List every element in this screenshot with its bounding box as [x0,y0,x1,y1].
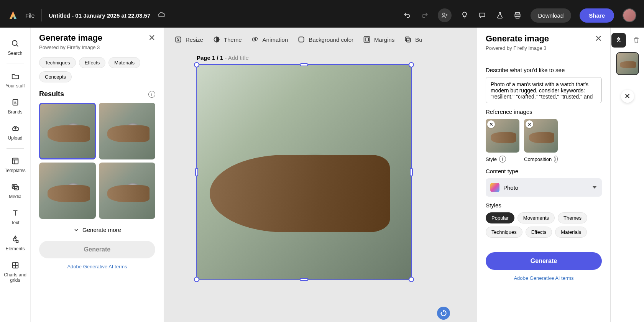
undo-icon[interactable] [402,11,412,20]
svg-text:B: B [14,101,16,105]
panel-subtitle: Powered by Firefly Image 3 [39,44,155,50]
tag-concepts[interactable]: Concepts [39,71,72,82]
info-icon[interactable]: i [554,156,558,163]
svg-rect-18 [365,38,368,41]
right-rail: ✕ [610,28,644,322]
svg-point-0 [442,13,445,15]
canvas-area: Resize Theme Animation Background color … [164,28,477,322]
resize-icon [174,35,182,44]
result-thumb-2[interactable] [99,103,156,159]
rail-brands[interactable]: B Brands [0,94,30,118]
tag-materials[interactable]: Materials [108,57,140,68]
handle-ne[interactable] [409,62,414,67]
content-type-select[interactable]: Photo [486,178,602,197]
rail-upload[interactable]: Upload [0,120,30,145]
result-thumb-3[interactable] [39,163,96,219]
handle-n[interactable] [300,63,308,66]
svg-point-14 [252,38,255,41]
remove-ref-icon[interactable]: ✕ [526,120,533,128]
remove-ref-icon[interactable]: ✕ [487,120,495,128]
rail-search[interactable]: Search [0,35,30,60]
terms-link[interactable]: Adobe Generative AI terms [486,275,602,281]
layer-thumbnail[interactable] [617,53,638,74]
style-tag-materials[interactable]: Materials [555,227,587,238]
handle-w[interactable] [195,168,198,176]
style-tag-themes[interactable]: Themes [558,212,587,223]
filter-tags: Techniques Effects Materials Concepts [39,57,155,82]
page-label[interactable]: Page 1 / 1 - Add title [197,54,462,61]
ctx-more[interactable]: Bu [404,35,422,44]
ctx-background[interactable]: Background color [297,35,353,44]
media-icon [11,182,20,192]
divider [41,9,42,21]
beaker-icon[interactable] [495,11,504,20]
user-avatar[interactable] [623,8,636,22]
content-type-label: Content type [486,168,602,174]
rail-label: Upload [8,135,22,141]
ref-image-style[interactable]: ✕ [486,119,519,153]
info-icon[interactable]: i [148,91,155,98]
style-tag-effects[interactable]: Effects [526,227,552,238]
ctx-animation[interactable]: Animation [251,35,288,44]
file-menu[interactable]: File [25,12,34,19]
rail-templates[interactable]: Templates [0,153,30,177]
redo-icon[interactable] [420,11,429,20]
rail-media[interactable]: Media [0,179,30,203]
style-tag-movements[interactable]: Movements [518,212,555,223]
ai-generate-tool[interactable] [611,33,626,48]
svg-rect-17 [364,37,370,43]
style-tag-popular[interactable]: Popular [486,212,514,223]
topbar: File Untitled - 01 January 2025 at 22.03… [0,3,644,28]
ctx-theme[interactable]: Theme [212,35,242,44]
handle-sw[interactable] [194,277,199,282]
separator [7,148,24,149]
share-button[interactable]: Share [580,8,614,23]
style-tag-techniques[interactable]: Techniques [486,227,522,238]
search-icon [11,39,20,48]
result-thumb-4[interactable] [99,163,156,219]
ctx-margins[interactable]: Margins [363,35,394,44]
svg-rect-19 [406,37,409,41]
rail-label: Elements [5,246,25,251]
svg-rect-20 [407,38,411,42]
cloud-icon[interactable] [157,10,166,20]
download-button[interactable]: Download [531,8,572,23]
info-icon[interactable]: i [499,156,506,163]
rail-your-stuff[interactable]: Your stuff [0,68,30,92]
tag-effects[interactable]: Effects [79,57,106,68]
tag-techniques[interactable]: Techniques [39,57,76,68]
print-icon[interactable] [513,11,522,20]
delete-icon[interactable] [629,33,644,48]
ctx-resize[interactable]: Resize [174,35,203,44]
prompt-input[interactable] [486,77,602,103]
handle-e[interactable] [410,168,413,176]
prompt-label: Describe what you'd like to see [486,67,602,73]
close-rail-icon[interactable]: ✕ [621,90,634,103]
theme-icon [212,35,221,44]
terms-link[interactable]: Adobe Generative AI terms [39,264,155,269]
rail-text[interactable]: Text [0,205,30,229]
adobe-logo[interactable] [8,10,18,21]
close-icon[interactable]: ✕ [148,33,155,43]
comment-icon[interactable] [478,11,487,20]
generate-button[interactable]: Generate [486,252,602,270]
handle-nw[interactable] [194,62,199,67]
handle-s[interactable] [300,278,308,281]
rail-elements[interactable]: Elements [0,231,30,255]
rail-label: Search [8,51,22,56]
history-icon[interactable] [437,307,450,320]
ref-image-composition[interactable]: ✕ [524,119,558,153]
handle-se[interactable] [409,277,414,282]
tips-icon[interactable] [460,11,469,20]
document-title[interactable]: Untitled - 01 January 2025 at 22.03.57 [49,12,150,19]
result-thumb-1[interactable] [39,103,96,159]
close-icon[interactable]: ✕ [595,34,602,44]
invite-icon[interactable] [438,8,452,22]
grids-icon [11,261,20,270]
generate-button-disabled: Generate [39,241,155,258]
generate-more-button[interactable]: Generate more [39,227,155,233]
rail-charts-grids[interactable]: Charts and grids [0,257,30,287]
canvas-selected-image[interactable] [197,65,411,279]
text-icon [11,209,20,218]
separator [7,64,24,64]
